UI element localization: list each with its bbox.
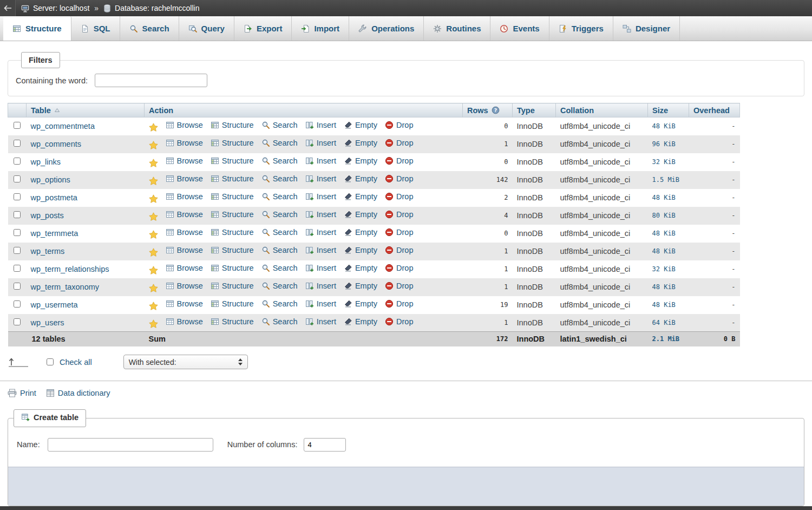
browse-link[interactable]: Browse	[166, 139, 203, 147]
search-link[interactable]: Search	[261, 299, 298, 308]
header-type[interactable]: Type	[513, 103, 556, 117]
browse-link[interactable]: Browse	[166, 174, 203, 183]
search-link[interactable]: Search	[261, 174, 298, 183]
structure-link[interactable]: Structure	[211, 264, 254, 272]
row-checkbox[interactable]	[14, 247, 21, 254]
data-dictionary-link[interactable]: Data dictionary	[58, 389, 110, 397]
favorite-star-icon[interactable]	[149, 123, 158, 132]
search-link[interactable]: Search	[261, 264, 298, 272]
insert-link[interactable]: Insert	[305, 299, 336, 308]
filter-word-input[interactable]	[95, 74, 207, 87]
insert-link[interactable]: Insert	[305, 121, 336, 129]
tab-sql[interactable]: SQL	[71, 16, 120, 41]
empty-link[interactable]: Empty	[344, 174, 377, 183]
row-checkbox[interactable]	[14, 229, 21, 236]
tab-query[interactable]: Query	[179, 16, 234, 41]
structure-link[interactable]: Structure	[211, 156, 254, 165]
breadcrumb-server-link[interactable]: Server: localhost	[33, 4, 89, 12]
tab-operations[interactable]: Operations	[349, 16, 424, 41]
table-name-link[interactable]: wp_terms	[31, 247, 65, 256]
browse-link[interactable]: Browse	[166, 121, 203, 129]
row-checkbox[interactable]	[14, 318, 21, 325]
search-link[interactable]: Search	[261, 210, 298, 219]
print-link[interactable]: Print	[20, 389, 36, 397]
search-link[interactable]: Search	[261, 139, 298, 147]
search-link[interactable]: Search	[261, 192, 298, 201]
check-all-checkbox[interactable]	[47, 358, 54, 365]
empty-link[interactable]: Empty	[344, 282, 377, 290]
drop-link[interactable]: Drop	[385, 174, 413, 183]
empty-link[interactable]: Empty	[344, 317, 377, 326]
favorite-star-icon[interactable]	[149, 176, 158, 185]
row-checkbox[interactable]	[14, 158, 21, 165]
tab-designer[interactable]: Designer	[613, 16, 680, 41]
empty-link[interactable]: Empty	[344, 228, 377, 237]
structure-link[interactable]: Structure	[211, 174, 254, 183]
favorite-star-icon[interactable]	[149, 302, 158, 310]
row-checkbox[interactable]	[14, 175, 21, 182]
header-collation[interactable]: Collation	[556, 103, 648, 117]
favorite-star-icon[interactable]	[149, 266, 158, 274]
header-table[interactable]: Table	[27, 103, 145, 117]
drop-link[interactable]: Drop	[385, 156, 413, 165]
favorite-star-icon[interactable]	[149, 284, 158, 292]
favorite-star-icon[interactable]	[149, 141, 158, 149]
empty-link[interactable]: Empty	[344, 246, 377, 254]
search-link[interactable]: Search	[261, 228, 298, 237]
drop-link[interactable]: Drop	[385, 246, 413, 254]
with-selected-dropdown[interactable]: With selected:	[123, 355, 248, 369]
table-name-link[interactable]: wp_posts	[31, 211, 64, 220]
structure-link[interactable]: Structure	[211, 139, 254, 147]
favorite-star-icon[interactable]	[149, 212, 158, 221]
tab-export[interactable]: Export	[234, 16, 292, 41]
favorite-star-icon[interactable]	[149, 319, 158, 328]
tab-structure[interactable]: Structure	[3, 16, 71, 41]
header-overhead[interactable]: Overhead	[689, 103, 740, 117]
browse-link[interactable]: Browse	[166, 317, 203, 326]
row-checkbox[interactable]	[14, 193, 21, 200]
browse-link[interactable]: Browse	[166, 282, 203, 290]
drop-link[interactable]: Drop	[385, 192, 413, 201]
tab-import[interactable]: Import	[292, 16, 349, 41]
insert-link[interactable]: Insert	[305, 192, 336, 201]
browse-link[interactable]: Browse	[166, 192, 203, 201]
structure-link[interactable]: Structure	[211, 228, 254, 237]
row-checkbox[interactable]	[14, 122, 21, 129]
help-icon[interactable]: ?	[492, 106, 500, 114]
tab-search[interactable]: Search	[120, 16, 179, 41]
empty-link[interactable]: Empty	[344, 139, 377, 147]
structure-link[interactable]: Structure	[211, 192, 254, 201]
browse-link[interactable]: Browse	[166, 228, 203, 237]
sort-arrow-icon[interactable]	[54, 108, 60, 113]
structure-link[interactable]: Structure	[211, 210, 254, 219]
empty-link[interactable]: Empty	[344, 192, 377, 201]
header-size[interactable]: Size	[648, 103, 689, 117]
insert-link[interactable]: Insert	[305, 210, 336, 219]
browse-link[interactable]: Browse	[166, 210, 203, 219]
check-all-label[interactable]: Check all	[60, 358, 92, 367]
table-name-input[interactable]	[48, 438, 213, 452]
insert-link[interactable]: Insert	[305, 228, 336, 237]
search-link[interactable]: Search	[261, 121, 298, 129]
empty-link[interactable]: Empty	[344, 264, 377, 272]
search-link[interactable]: Search	[261, 317, 298, 326]
breadcrumb-database-link[interactable]: Database: rachelmccollin	[115, 4, 199, 12]
search-link[interactable]: Search	[261, 282, 298, 290]
empty-link[interactable]: Empty	[344, 210, 377, 219]
search-link[interactable]: Search	[261, 246, 298, 254]
tab-triggers[interactable]: Triggers	[549, 16, 613, 41]
table-name-link[interactable]: wp_links	[31, 158, 61, 166]
insert-link[interactable]: Insert	[305, 246, 336, 254]
drop-link[interactable]: Drop	[385, 264, 413, 272]
table-name-link[interactable]: wp_term_relationships	[31, 265, 109, 273]
favorite-star-icon[interactable]	[149, 230, 158, 239]
structure-link[interactable]: Structure	[211, 282, 254, 290]
tab-routines[interactable]: Routines	[424, 16, 490, 41]
table-name-link[interactable]: wp_options	[31, 175, 70, 184]
table-name-link[interactable]: wp_comments	[31, 140, 81, 148]
drop-link[interactable]: Drop	[385, 317, 413, 326]
drop-link[interactable]: Drop	[385, 210, 413, 219]
search-link[interactable]: Search	[261, 156, 298, 165]
structure-link[interactable]: Structure	[211, 121, 254, 129]
empty-link[interactable]: Empty	[344, 156, 377, 165]
